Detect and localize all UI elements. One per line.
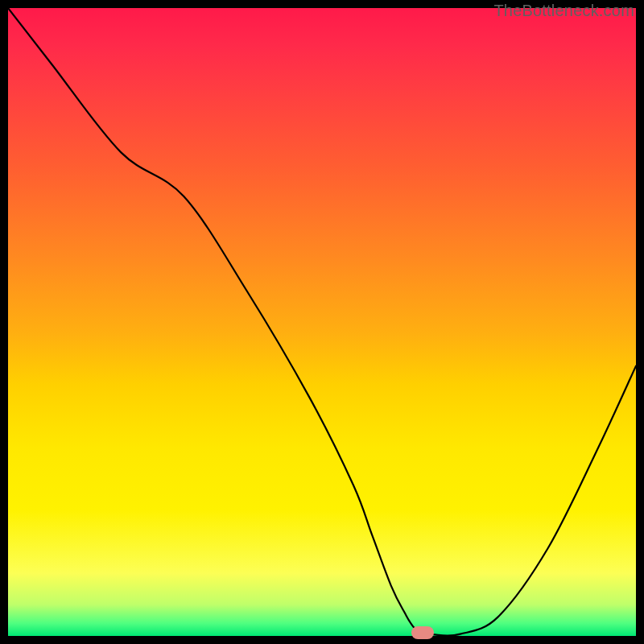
optimum-marker (411, 626, 434, 639)
bottleneck-curve (8, 8, 636, 636)
plot-area (8, 8, 636, 636)
chart-frame (0, 0, 644, 644)
watermark-label: TheBottleneck.com (493, 2, 634, 20)
